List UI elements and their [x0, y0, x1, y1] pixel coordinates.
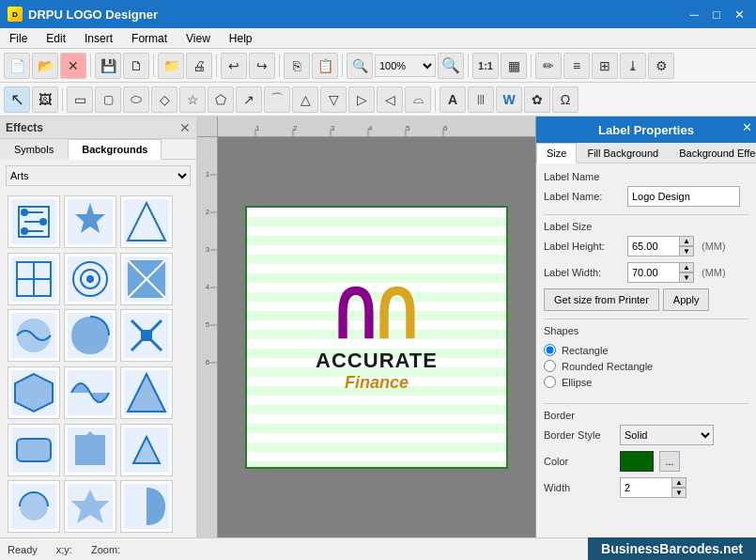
border-color-picker-button[interactable]: ...: [659, 451, 680, 472]
border-width-down-button[interactable]: ▼: [671, 488, 687, 498]
bg-item-12[interactable]: [120, 366, 173, 419]
bg-item-4[interactable]: [8, 253, 60, 305]
properties-button[interactable]: ✏: [535, 53, 562, 79]
bg-item-18[interactable]: [120, 480, 173, 533]
undo-button[interactable]: ↩: [221, 53, 247, 79]
bg-item-11[interactable]: [64, 366, 116, 419]
fit-button[interactable]: 1:1: [472, 53, 499, 79]
tab-size[interactable]: Size: [536, 143, 577, 163]
settings-button[interactable]: ⚙: [648, 53, 674, 79]
bg-item-6[interactable]: [120, 253, 173, 305]
image-button[interactable]: 🖼: [32, 86, 58, 113]
sep4: [279, 54, 280, 77]
paste-button[interactable]: 📋: [312, 53, 338, 79]
star-tool[interactable]: ☆: [179, 86, 206, 113]
new-button[interactable]: 📄: [4, 53, 30, 79]
menu-format[interactable]: Format: [122, 28, 177, 48]
rectangle-label: Rectangle: [562, 345, 609, 356]
align-button[interactable]: ≡: [563, 53, 590, 79]
symbol-button[interactable]: Ω: [552, 86, 579, 113]
bg-item-8[interactable]: [64, 309, 116, 362]
menu-edit[interactable]: Edit: [37, 28, 75, 48]
copy-button[interactable]: ⎘: [284, 53, 310, 79]
open-button[interactable]: 📂: [32, 53, 58, 79]
maximize-button[interactable]: □: [707, 6, 726, 23]
divider-1: [544, 214, 748, 215]
grid-button[interactable]: ▦: [501, 53, 527, 79]
border-color-swatch[interactable]: [620, 451, 654, 472]
bg-item-2[interactable]: [64, 195, 116, 248]
close-file-button[interactable]: ✕: [60, 53, 86, 79]
saveas-button[interactable]: 🗋: [123, 53, 149, 79]
rectangle-radio[interactable]: [544, 344, 556, 356]
triangle-tool[interactable]: △: [292, 86, 318, 113]
bg-item-13[interactable]: [8, 424, 60, 476]
tab-symbols[interactable]: Symbols: [0, 139, 68, 160]
bg-item-1[interactable]: [8, 195, 60, 248]
backplay-tool[interactable]: ◁: [377, 86, 403, 113]
tab-background-effects[interactable]: Background Effects: [669, 143, 756, 163]
bg-item-7[interactable]: [8, 309, 60, 362]
minimize-button[interactable]: ─: [685, 6, 703, 23]
label-height-input[interactable]: [627, 236, 679, 257]
bg-item-3[interactable]: [120, 195, 173, 248]
distribute-button[interactable]: ⊞: [592, 53, 618, 79]
border-width-up-button[interactable]: ▲: [671, 477, 687, 488]
bg-item-15[interactable]: [120, 424, 173, 476]
export-button[interactable]: ⤓: [620, 53, 646, 79]
close-button[interactable]: ✕: [730, 6, 748, 23]
open2-button[interactable]: 📁: [158, 53, 184, 79]
bg-item-9[interactable]: [120, 309, 173, 362]
barcode-button[interactable]: |||: [468, 86, 494, 113]
get-size-printer-button[interactable]: Get size from Printer: [544, 288, 659, 311]
wordart-button[interactable]: W: [496, 86, 522, 113]
height-up-button[interactable]: ▲: [679, 236, 694, 246]
border-style-select[interactable]: Solid Dashed Dotted None: [620, 425, 714, 445]
tab-backgrounds[interactable]: Backgrounds: [68, 139, 162, 160]
ellipse-tool[interactable]: ⬭: [123, 86, 149, 113]
menu-insert[interactable]: Insert: [75, 28, 122, 48]
menu-help[interactable]: Help: [220, 28, 262, 48]
apply-button[interactable]: Apply: [663, 288, 710, 311]
curve-tool[interactable]: ⌒: [264, 86, 290, 113]
bg-item-17[interactable]: [64, 480, 116, 533]
bg-item-16[interactable]: [8, 480, 60, 533]
text-button[interactable]: A: [440, 86, 466, 113]
play-tool[interactable]: ▷: [348, 86, 375, 113]
diamond-tool[interactable]: ◇: [151, 86, 177, 113]
label-name-input[interactable]: [627, 186, 740, 207]
left-panel: Effects ✕ Symbols Backgrounds Arts Natur…: [0, 117, 197, 537]
clipart-button[interactable]: ✿: [524, 86, 550, 113]
svg-text:6: 6: [443, 124, 448, 132]
arrow-tool[interactable]: ↗: [236, 86, 262, 113]
bg-item-14[interactable]: [64, 424, 116, 476]
menu-file[interactable]: File: [0, 28, 37, 48]
width-up-button[interactable]: ▲: [679, 262, 694, 272]
height-down-button[interactable]: ▼: [679, 246, 694, 257]
canvas-work[interactable]: ACCURATE Finance: [218, 137, 535, 537]
arc-tool[interactable]: ⌓: [405, 86, 431, 113]
zoom-select[interactable]: 50% 75% 100% 150% 200%: [375, 54, 436, 77]
panel-close-button[interactable]: ✕: [179, 120, 191, 135]
ellipse-radio[interactable]: [544, 376, 556, 388]
roundrect-tool[interactable]: ▢: [95, 86, 121, 113]
width-down-button[interactable]: ▼: [679, 272, 694, 283]
bg-item-10[interactable]: [8, 366, 60, 419]
right-panel-close-button[interactable]: ✕: [742, 120, 752, 134]
zoom-in-button[interactable]: 🔍: [347, 53, 373, 79]
print-button[interactable]: 🖨: [186, 53, 212, 79]
tab-fill-background[interactable]: Fill Background: [577, 143, 669, 163]
border-width-input[interactable]: [620, 477, 671, 498]
roundrect-radio[interactable]: [544, 360, 556, 372]
label-width-input[interactable]: [627, 262, 679, 283]
menu-view[interactable]: View: [177, 28, 220, 48]
rectangle-tool[interactable]: ▭: [67, 86, 93, 113]
downtriangle-tool[interactable]: ▽: [320, 86, 347, 113]
pentagon-tool[interactable]: ⬠: [208, 86, 234, 113]
zoom-out-button[interactable]: 🔍: [438, 53, 464, 79]
save-button[interactable]: 💾: [95, 53, 121, 79]
category-select[interactable]: Arts Nature Abstract: [6, 165, 191, 186]
redo-button[interactable]: ↪: [249, 53, 275, 79]
bg-item-5[interactable]: [64, 253, 116, 305]
select-button[interactable]: ↖: [4, 86, 30, 113]
